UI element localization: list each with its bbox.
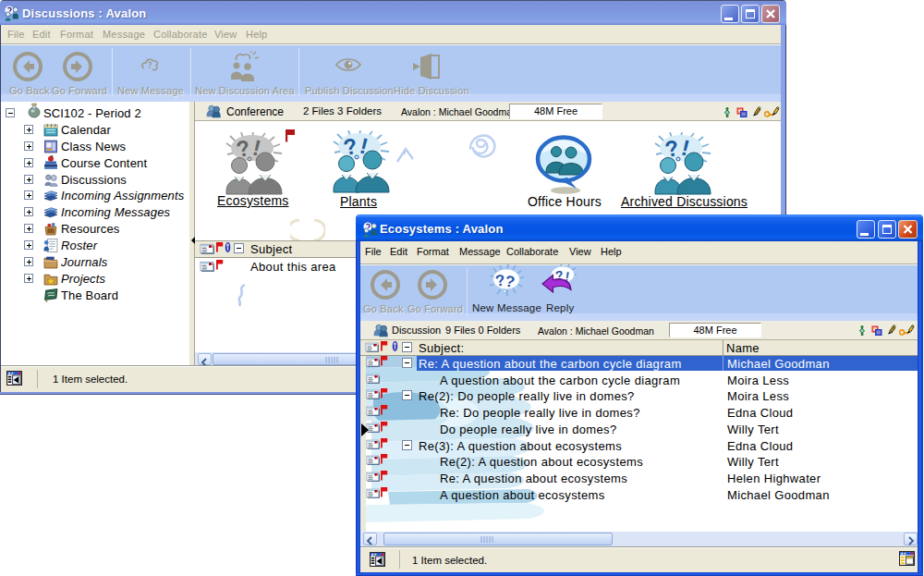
svg-text:?: ? — [504, 272, 517, 291]
